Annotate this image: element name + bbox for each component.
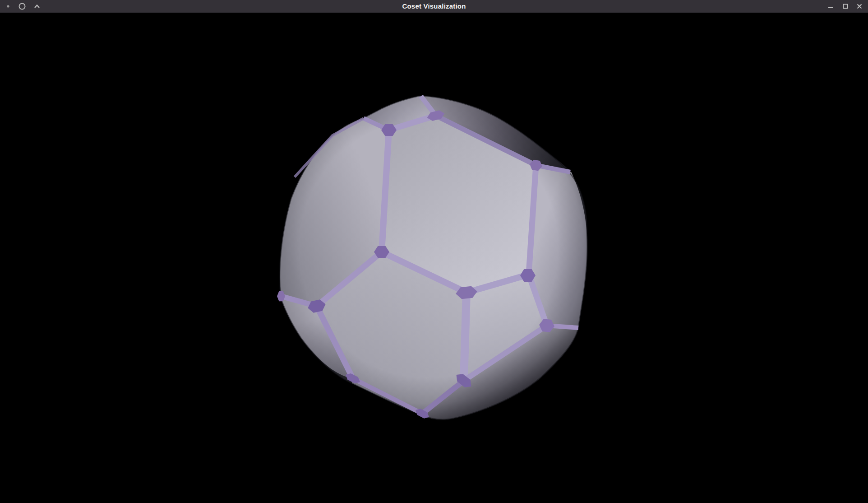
chevron-up-button[interactable] [31,0,43,13]
minimize-icon [827,3,834,10]
dot-icon [2,0,14,13]
close-button[interactable] [853,0,866,13]
circle-outline-icon [18,2,26,10]
close-icon [856,3,863,10]
3d-viewport[interactable] [0,0,868,503]
chevron-up-icon [33,3,41,9]
maximize-icon [842,3,849,10]
minimize-button[interactable] [824,0,837,13]
app-window: Coset Visualization [0,0,868,503]
maximize-button[interactable] [839,0,852,13]
titlebar: Coset Visualization [0,0,868,13]
window-title: Coset Visualization [0,0,868,13]
circle-button[interactable] [16,0,28,13]
edge-e-i [464,293,466,381]
